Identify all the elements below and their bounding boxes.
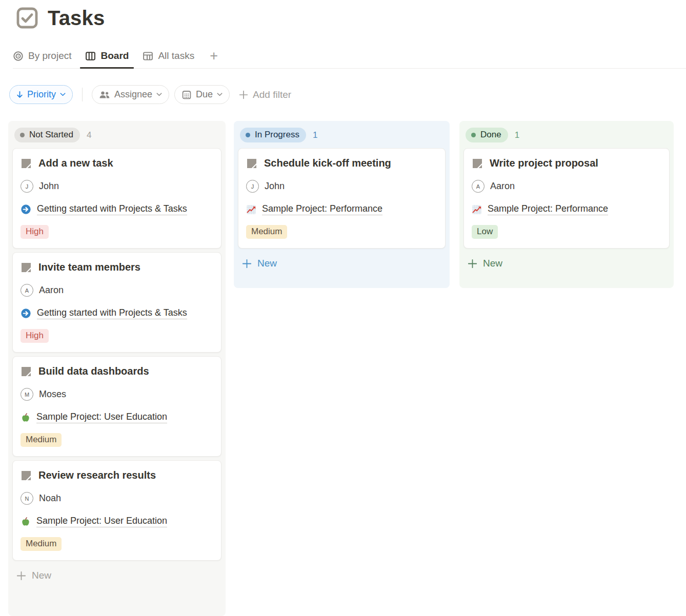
card-title: Build data dashboards [38, 365, 149, 377]
tab-by-project[interactable]: By project [13, 50, 71, 61]
status-dot-icon [246, 133, 250, 137]
green-apple-icon [21, 413, 31, 423]
new-label: New [483, 258, 502, 269]
column-not-started: Not Started 4 Add a new task J John Gett… [8, 121, 226, 616]
sort-label: Priority [27, 89, 56, 100]
priority-tag: Low [472, 225, 498, 239]
assignee-name: Aaron [490, 181, 515, 192]
column-header: In Progress 1 [238, 125, 446, 148]
column-header: Not Started 4 [12, 125, 221, 148]
task-card[interactable]: Invite team members A Aaron Getting star… [12, 252, 221, 353]
new-task-button[interactable]: New [238, 252, 446, 275]
page-title[interactable]: Tasks [48, 7, 105, 30]
new-task-button[interactable]: New [12, 564, 221, 587]
card-icon [21, 262, 32, 273]
green-apple-icon [21, 517, 31, 527]
add-filter-button[interactable]: Add filter [239, 89, 291, 100]
add-view-button[interactable]: + [210, 51, 218, 61]
chart-increasing-icon [246, 204, 256, 215]
task-card[interactable]: Build data dashboards M Moses Sample Pro… [12, 356, 221, 457]
priority-tag: Medium [21, 433, 62, 447]
new-label: New [257, 258, 277, 269]
project-link[interactable]: Sample Project: Performance [488, 203, 608, 215]
assignee-name: Noah [39, 493, 61, 504]
target-icon [13, 51, 24, 61]
avatar: J [246, 180, 259, 193]
plus-icon: + [210, 48, 218, 64]
status-badge[interactable]: Not Started [14, 128, 80, 142]
task-card[interactable]: Add a new task J John Getting started wi… [12, 148, 221, 249]
project-link[interactable]: Sample Project: User Education [36, 412, 167, 423]
page-header: Tasks [15, 6, 105, 30]
filter-label: Due [196, 89, 213, 100]
project-link[interactable]: Sample Project: User Education [36, 516, 167, 527]
calendar-icon [181, 90, 192, 100]
arrow-circle-icon [21, 308, 31, 319]
tab-board[interactable]: Board [85, 50, 129, 61]
avatar: M [21, 388, 33, 401]
chevron-down-icon [60, 93, 66, 96]
status-badge[interactable]: Done [466, 128, 508, 142]
chevron-down-icon [217, 93, 223, 96]
assignee-name: John [39, 181, 59, 192]
column-count: 1 [313, 130, 317, 140]
divider [82, 88, 83, 101]
people-icon [99, 90, 110, 100]
card-title: Schedule kick-off meeting [264, 157, 391, 169]
checkbox-icon [15, 6, 39, 30]
card-title: Invite team members [38, 261, 140, 273]
column-in-progress: In Progress 1 Schedule kick-off meeting … [234, 121, 450, 288]
tab-label: By project [28, 50, 71, 61]
assignee-filter-pill[interactable]: Assignee [92, 85, 169, 104]
card-title: Add a new task [38, 157, 113, 169]
column-count: 1 [515, 130, 519, 140]
status-label: In Progress [255, 130, 299, 140]
avatar: A [21, 284, 33, 297]
card-icon [472, 158, 483, 169]
project-link[interactable]: Getting started with Projects & Tasks [37, 203, 187, 215]
new-task-button[interactable]: New [463, 252, 670, 275]
chart-increasing-icon [472, 204, 482, 215]
priority-sort-pill[interactable]: Priority [9, 85, 73, 104]
plus-icon [239, 90, 248, 99]
avatar: J [21, 180, 33, 193]
priority-tag: Medium [246, 225, 287, 239]
card-icon [246, 158, 257, 169]
filter-label: Assignee [114, 89, 152, 100]
assignee-name: John [265, 181, 285, 192]
card-icon [21, 366, 32, 377]
tab-label: Board [100, 50, 129, 61]
plus-icon [468, 259, 477, 269]
board-icon [85, 51, 96, 61]
card-icon [21, 470, 32, 481]
plus-icon [242, 259, 252, 269]
status-label: Not Started [29, 130, 73, 140]
status-badge[interactable]: In Progress [240, 128, 306, 142]
column-done: Done 1 Write project proposal A Aaron Sa… [459, 121, 674, 288]
project-link[interactable]: Getting started with Projects & Tasks [37, 307, 187, 319]
assignee-name: Aaron [39, 285, 64, 296]
priority-tag: High [21, 329, 49, 343]
plus-icon [16, 571, 26, 581]
due-filter-pill[interactable]: Due [174, 85, 230, 104]
arrow-down-icon [16, 91, 23, 98]
column-header: Done 1 [463, 125, 670, 148]
project-link[interactable]: Sample Project: Performance [262, 203, 382, 215]
priority-tag: Medium [21, 537, 62, 551]
task-card[interactable]: Write project proposal A Aaron Sample Pr… [463, 148, 670, 249]
task-card[interactable]: Schedule kick-off meeting J John Sample … [238, 148, 446, 249]
priority-tag: High [21, 225, 49, 239]
tab-all-tasks[interactable]: All tasks [143, 50, 194, 61]
new-label: New [32, 570, 51, 581]
avatar: N [21, 492, 33, 505]
card-title: Write project proposal [490, 157, 598, 169]
table-icon [143, 51, 153, 61]
avatar: A [472, 180, 485, 193]
arrow-circle-icon [21, 204, 31, 215]
assignee-name: Moses [39, 389, 66, 400]
column-count: 4 [87, 130, 91, 140]
tab-label: All tasks [158, 50, 194, 61]
card-title: Review research results [38, 469, 156, 481]
chevron-down-icon [156, 93, 162, 96]
task-card[interactable]: Review research results N Noah Sample Pr… [12, 460, 221, 561]
